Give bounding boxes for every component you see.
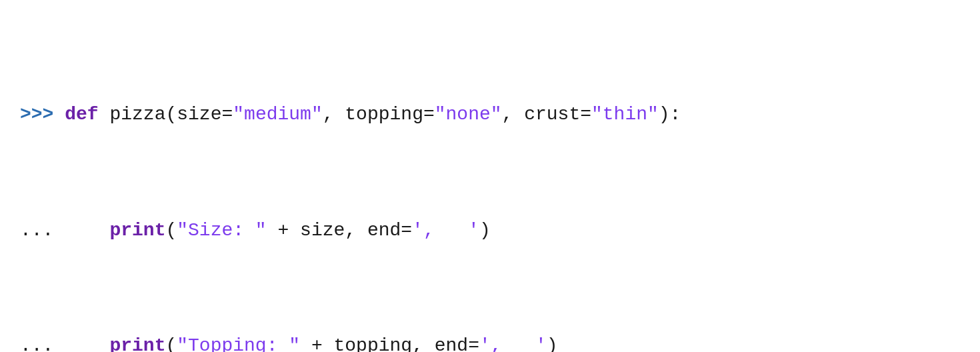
plain-2d: )	[479, 220, 491, 241]
plain-2b: (	[165, 220, 177, 241]
plain-1c: , crust=	[502, 104, 591, 125]
string-thin: "thin"	[591, 104, 659, 125]
string-comma-1: ', '	[412, 220, 479, 241]
plain-3b: (	[165, 335, 177, 352]
code-line-1: >>> def pizza(size="medium", topping="no…	[20, 100, 960, 129]
plain-1d: ):	[659, 104, 681, 125]
plain-1a: pizza(size=	[99, 104, 233, 125]
keyword-print-2: print	[109, 335, 165, 352]
prompt-1: >>>	[20, 104, 65, 125]
plain-3c: + topping, end=	[300, 335, 479, 352]
plain-2c: + size, end=	[267, 220, 412, 241]
string-size: "Size: "	[177, 220, 266, 241]
keyword-def: def	[65, 104, 98, 125]
code-line-3: ... print("Topping: " + topping, end=', …	[20, 331, 960, 352]
string-medium: "medium"	[233, 104, 322, 125]
code-line-2: ... print("Size: " + size, end=', ')	[20, 216, 960, 245]
keyword-print-1: print	[109, 220, 165, 241]
string-none: "none"	[435, 104, 502, 125]
plain-1b: , topping=	[323, 104, 435, 125]
string-topping: "Topping: "	[177, 335, 300, 352]
plain-3a: ...	[20, 335, 109, 352]
plain-3d: )	[547, 335, 558, 352]
code-editor: >>> def pizza(size="medium", topping="no…	[20, 13, 960, 352]
string-comma-2: ', '	[479, 335, 547, 352]
plain-2a: ...	[20, 220, 109, 241]
